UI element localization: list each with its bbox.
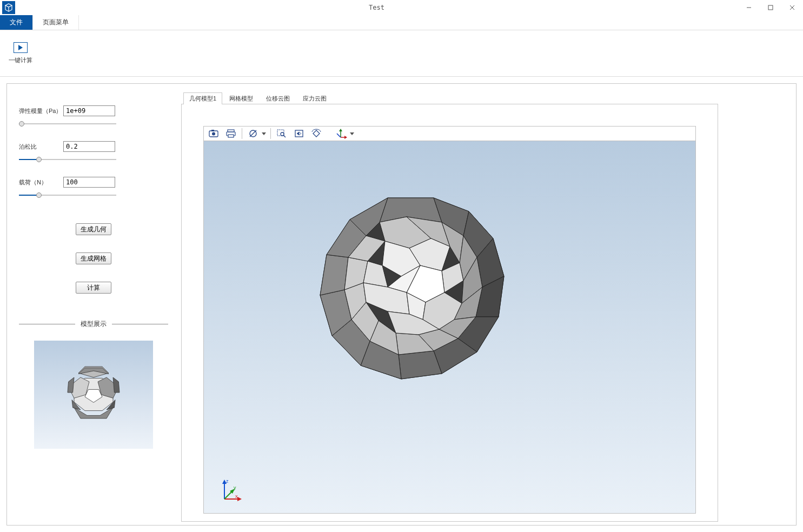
svg-point-16 (212, 132, 215, 136)
model-preview-thumbnail (34, 341, 153, 449)
titlebar: Test (0, 0, 803, 15)
app-icon (2, 1, 15, 14)
svg-line-25 (283, 135, 286, 137)
window-title: Test (15, 4, 738, 11)
view-tabs: 几何模型1 网格模型 位移云图 应力云图 (181, 92, 718, 104)
poisson-slider[interactable] (19, 155, 116, 164)
main-view: 几何模型1 网格模型 位移云图 应力云图 (180, 84, 726, 525)
tab-page-menu[interactable]: 页面菜单 (33, 15, 79, 30)
maximize-button[interactable] (760, 0, 781, 15)
axes-icon[interactable] (334, 128, 349, 139)
load-label: 载荷（N） (19, 178, 63, 187)
compute-button[interactable]: 计算 (76, 282, 111, 294)
screenshot-icon[interactable] (206, 128, 221, 139)
side-panel: 弹性模量（Pa） 泊松比 载荷（N） (7, 84, 180, 525)
svg-marker-9 (68, 377, 74, 393)
ribbon-tabs: 文件 页面菜单 (0, 15, 803, 30)
viewer-toolbar (203, 126, 696, 141)
poisson-input[interactable] (63, 141, 115, 152)
generate-geometry-button[interactable]: 生成几何 (76, 223, 111, 235)
svg-marker-40 (399, 351, 442, 379)
load-slider[interactable] (19, 191, 116, 200)
svg-marker-77 (237, 497, 242, 501)
generate-mesh-button[interactable]: 生成网格 (76, 252, 111, 264)
hide-icon[interactable] (245, 128, 261, 139)
zoom-fit-icon[interactable] (291, 128, 307, 139)
tab-file[interactable]: 文件 (0, 15, 33, 30)
svg-rect-18 (228, 130, 234, 132)
rotate-icon[interactable] (309, 128, 324, 139)
svg-text:x: x (235, 494, 238, 499)
close-button[interactable] (781, 0, 803, 15)
viewport-3d[interactable]: z x y (203, 141, 696, 514)
elastic-modulus-input[interactable] (63, 105, 115, 116)
workspace: 弹性模量（Pa） 泊松比 载荷（N） (0, 77, 803, 532)
preview-section-header: 模型展示 (19, 320, 168, 329)
preview-title: 模型展示 (81, 320, 107, 329)
one-click-calc-button[interactable]: 一键计算 (9, 42, 32, 64)
minimize-button[interactable] (738, 0, 760, 15)
load-input[interactable] (63, 177, 115, 188)
svg-text:z: z (226, 478, 229, 484)
play-icon (14, 42, 28, 53)
tab-mesh-model[interactable]: 网格模型 (223, 92, 259, 104)
inner-panel: 弹性模量（Pa） 泊松比 载荷（N） (6, 83, 797, 526)
svg-marker-10 (113, 377, 120, 393)
svg-marker-28 (339, 129, 342, 131)
svg-marker-44 (320, 255, 348, 295)
svg-marker-30 (344, 136, 347, 139)
right-gutter (726, 84, 796, 525)
chevron-down-icon[interactable] (262, 132, 266, 135)
print-icon[interactable] (223, 128, 238, 139)
zoom-region-icon[interactable] (274, 128, 289, 139)
tab-geometry-model[interactable]: 几何模型1 (183, 92, 222, 104)
chevron-down-icon[interactable] (350, 132, 354, 135)
tab-stress[interactable]: 应力云图 (297, 92, 333, 104)
poisson-label: 泊松比 (19, 143, 63, 151)
one-click-calc-label: 一键计算 (9, 56, 32, 64)
geometry-model (301, 179, 523, 395)
window-controls (738, 0, 803, 15)
elastic-modulus-slider[interactable] (19, 119, 116, 128)
tab-displacement[interactable]: 位移云图 (260, 92, 296, 104)
axis-gizmo: z x y (219, 478, 242, 501)
svg-rect-20 (228, 135, 234, 137)
svg-text:y: y (234, 485, 236, 490)
ribbon-body: 一键计算 (0, 30, 803, 77)
svg-rect-1 (768, 5, 773, 10)
viewer-wrap: z x y (181, 104, 718, 522)
svg-line-31 (337, 134, 341, 137)
elastic-modulus-label: 弹性模量（Pa） (19, 107, 63, 115)
svg-rect-17 (211, 130, 214, 131)
